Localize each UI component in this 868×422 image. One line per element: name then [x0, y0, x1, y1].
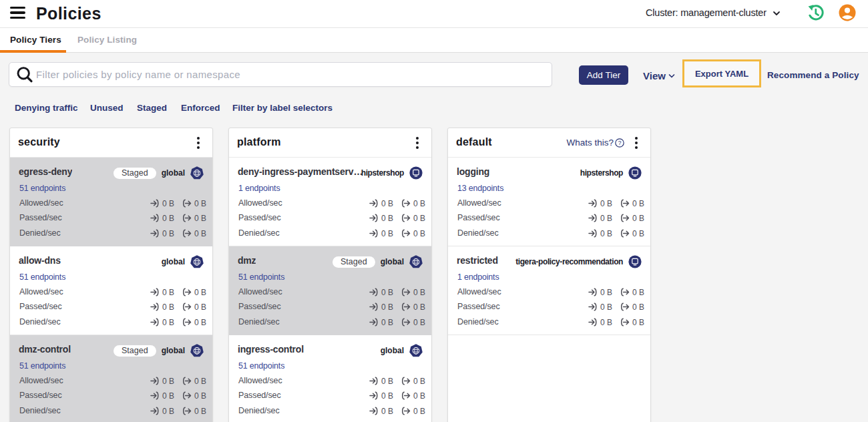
svg-text:?: ? [618, 140, 622, 146]
